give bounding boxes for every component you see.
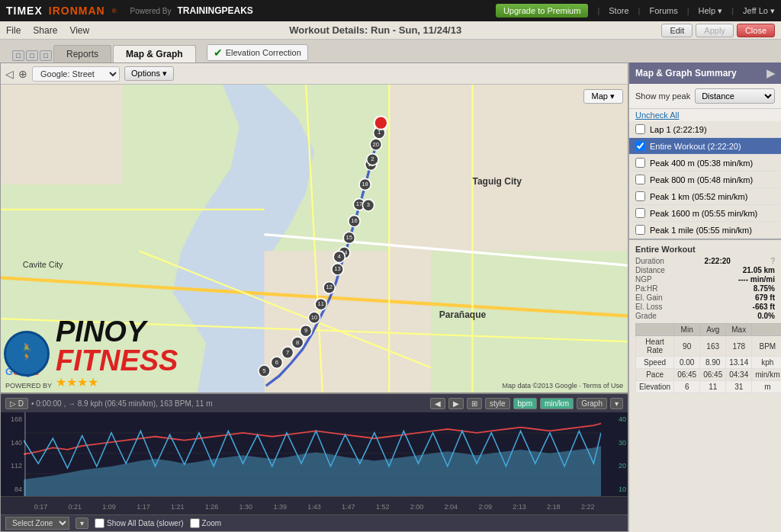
pace-avg-cell: 06:45 bbox=[700, 369, 726, 381]
elevation-correction-label: Elevation Correction bbox=[226, 48, 301, 57]
zoom-checkbox-label: Zoom bbox=[190, 518, 222, 528]
elev-label-cell: Elevation bbox=[636, 381, 674, 393]
win-btn-3[interactable]: □ bbox=[40, 50, 52, 61]
entire-workout-title: Entire Workout bbox=[635, 245, 775, 254]
select-zone-dropdown[interactable]: Select Zone bbox=[5, 517, 69, 530]
ironman-logo: IRONMAN bbox=[49, 5, 105, 17]
share-menu[interactable]: Share bbox=[33, 25, 57, 36]
view-menu[interactable]: View bbox=[69, 25, 89, 36]
bpm-button[interactable]: bpm bbox=[513, 398, 537, 409]
user-menu[interactable]: Jeff Lo ▾ bbox=[743, 6, 775, 16]
graph-nav-prev[interactable]: ◀ bbox=[430, 398, 445, 409]
col-header-min: Min bbox=[674, 324, 700, 336]
peak-select-dropdown[interactable]: Distance Time HR bbox=[695, 88, 775, 104]
svg-text:Taguig City: Taguig City bbox=[472, 176, 522, 187]
zoom-checkbox[interactable] bbox=[190, 518, 200, 528]
lap-item-entire-workout[interactable]: Entire Workout (2:22:20) bbox=[629, 138, 781, 155]
close-button[interactable]: Close bbox=[737, 24, 775, 37]
x-label-12: 2:04 bbox=[434, 503, 468, 511]
tab-map-graph[interactable]: Map & Graph bbox=[113, 45, 196, 62]
window-buttons: □ □ □ bbox=[12, 50, 52, 61]
lap-checkbox-peak1mile[interactable] bbox=[635, 225, 645, 235]
svg-point-56 bbox=[374, 116, 387, 129]
lap-checkbox-peak400[interactable] bbox=[635, 158, 645, 168]
lap-label-peak800: Peak 800 m (05:48 min/km) bbox=[650, 175, 775, 184]
x-label-16: 2:22 bbox=[570, 503, 605, 511]
map-back-icon[interactable]: ◁ bbox=[5, 68, 14, 80]
entire-workout-section: Entire Workout Duration 2:22:20 ? Distan… bbox=[629, 239, 781, 398]
elev-min-cell: 6 bbox=[674, 381, 700, 393]
graph-nav-next[interactable]: ▶ bbox=[448, 398, 464, 409]
stat-elgain-label: El. Gain bbox=[635, 293, 663, 302]
elevation-correction-toggle[interactable]: ✔ Elevation Correction bbox=[207, 44, 308, 61]
expand-icon[interactable]: ▶ bbox=[767, 67, 775, 79]
map-zoom-plus-icon[interactable]: ⊕ bbox=[18, 68, 27, 80]
table-row-speed: Speed 0.00 8.90 13.14 kph bbox=[636, 357, 782, 369]
win-btn-2[interactable]: □ bbox=[26, 50, 38, 61]
svg-text:17: 17 bbox=[356, 200, 362, 207]
graph-type-btn[interactable]: ▷ D bbox=[5, 398, 28, 409]
lap-checkbox-peak1km[interactable] bbox=[635, 191, 645, 201]
stat-elgain-value: 679 ft bbox=[755, 293, 775, 302]
x-label-2: 1:09 bbox=[92, 503, 127, 511]
show-all-data-checkbox[interactable] bbox=[95, 518, 104, 528]
store-link[interactable]: Store bbox=[609, 6, 628, 15]
google-logo: Google bbox=[5, 365, 40, 377]
upgrade-premium-button[interactable]: Upgrade to Premium bbox=[496, 4, 589, 18]
show-all-data-checkbox-label: Show All Data (slower) bbox=[95, 518, 184, 528]
apply-button[interactable]: Apply bbox=[696, 24, 734, 37]
graph-x-axis: 0:17 0:21 1:09 1:17 1:21 1:26 1:30 1:39 … bbox=[1, 496, 628, 514]
edit-button[interactable]: Edit bbox=[661, 24, 693, 37]
y-label-r4: 10 bbox=[603, 486, 626, 493]
svg-text:16: 16 bbox=[351, 217, 357, 224]
x-label-9: 1:47 bbox=[331, 503, 365, 511]
graph-area: ▷ D • 0:00:00 , → 8.9 kph (06:45 min/km)… bbox=[1, 393, 628, 514]
graph-canvas-area[interactable]: 168 140 112 84 bbox=[1, 412, 628, 496]
uncheck-all-link[interactable]: Uncheck All bbox=[629, 109, 781, 121]
graph-main-area[interactable] bbox=[24, 412, 601, 496]
lap-item-peak1mile: Peak 1 mile (05:55 min/km) bbox=[629, 222, 781, 239]
elev-unit-cell: m bbox=[752, 381, 781, 393]
options-button[interactable]: Options ▾ bbox=[124, 66, 174, 81]
tab-reports[interactable]: Reports bbox=[53, 45, 111, 62]
lap-item-peak800: Peak 800 m (05:48 min/km) bbox=[629, 171, 781, 188]
top-sep-4: | bbox=[731, 6, 734, 15]
file-menu[interactable]: File bbox=[6, 25, 21, 36]
y-label-r2: 30 bbox=[603, 439, 626, 447]
graph-svg bbox=[24, 412, 601, 496]
map-display[interactable]: 21 20 19 18 17 16 15 14 13 12 bbox=[1, 85, 628, 393]
speed-unit-cell: kph bbox=[752, 357, 781, 369]
svg-text:3: 3 bbox=[367, 201, 370, 208]
graph-expand-btn[interactable]: ⊞ bbox=[467, 398, 482, 409]
stat-ngp-value: ---- min/mi bbox=[738, 275, 775, 284]
lap-checkbox-peak1600m[interactable] bbox=[635, 208, 645, 218]
stat-ngp: NGP ---- min/mi bbox=[635, 275, 775, 284]
help-link[interactable]: Help ▾ bbox=[699, 6, 723, 16]
map-type-button[interactable]: Map ▾ bbox=[583, 89, 623, 104]
right-panel-title: Map & Graph Summary bbox=[635, 68, 737, 79]
lap-checkbox-entire[interactable] bbox=[635, 141, 645, 151]
win-btn-1[interactable]: □ bbox=[12, 50, 24, 61]
style-button[interactable]: style bbox=[485, 398, 510, 409]
zoom-label: Zoom bbox=[202, 519, 222, 527]
lap-label-entire: Entire Workout (2:22:20) bbox=[650, 142, 775, 151]
min-km-button[interactable]: min/km bbox=[540, 398, 574, 409]
map-svg: 21 20 19 18 17 16 15 14 13 12 bbox=[1, 85, 628, 393]
speed-avg-cell: 8.90 bbox=[700, 357, 726, 369]
map-view-selector[interactable]: Google: Street Google: Satellite Google:… bbox=[32, 66, 120, 82]
show-peak-label: Show my peak bbox=[635, 91, 690, 101]
lap-checkbox-peak800[interactable] bbox=[635, 175, 645, 184]
stat-pahr-label: Pa:HR bbox=[635, 284, 657, 293]
map-powered-by: POWERED BY bbox=[5, 382, 52, 389]
y-label-4: 84 bbox=[2, 486, 22, 493]
lap-item-0: Lap 1 (2:22:19) bbox=[629, 121, 781, 138]
forums-link[interactable]: Forums bbox=[649, 6, 677, 15]
graph-dropdown-btn[interactable]: ▾ bbox=[610, 398, 623, 409]
stat-duration: Duration 2:22:20 ? bbox=[635, 257, 775, 265]
graph-view-btn[interactable]: Graph bbox=[577, 398, 607, 409]
select-zone-dropdown-btn[interactable]: ▾ bbox=[76, 518, 88, 529]
speed-max-cell: 13.14 bbox=[726, 357, 752, 369]
stat-help-icon[interactable]: ? bbox=[770, 257, 775, 265]
hr-unit-cell: BPM bbox=[752, 336, 781, 357]
lap-checkbox-0[interactable] bbox=[635, 124, 645, 134]
